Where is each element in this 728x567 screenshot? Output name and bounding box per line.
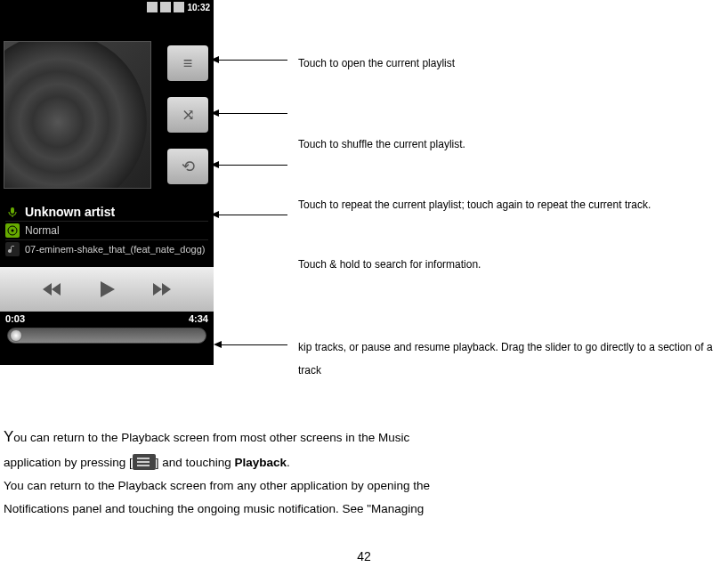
arrow-repeat [218,165,287,166]
arrow-playback [221,344,287,345]
clock-time: 10:32 [187,3,210,12]
playlist-button[interactable]: ≡ [167,45,208,81]
arrow-shuffle [218,113,287,114]
note-icon [5,242,20,256]
album-name: Normal [25,224,60,237]
battery-icon [174,2,184,12]
page-number: 42 [0,549,728,563]
mic-icon [5,205,20,219]
shuffle-button[interactable]: ⤨ [167,97,208,133]
body-line-2: application by pressing [] and touching … [4,451,719,474]
track-row[interactable]: 07-eminem-shake_that_(feat_nate_dogg) [5,240,208,258]
album-row[interactable]: Normal [5,222,208,240]
arrow-search [218,215,287,215]
svg-point-2 [12,230,14,232]
playback-controls [0,267,214,312]
album-area: ≡ ⤨ ⟲ [0,14,214,199]
previous-button[interactable] [36,273,71,305]
seek-thumb[interactable] [10,329,22,342]
signal-3g-icon [147,2,158,12]
repeat-icon: ⟲ [182,157,195,176]
arrow-playlist [218,60,287,61]
seek-slider[interactable] [7,328,206,344]
svg-rect-0 [11,207,14,214]
body-text: You can return to the Playback screen fr… [4,423,719,520]
phone-screenshot: 10:32 ≡ ⤨ ⟲ Unk [0,0,214,365]
body-line-3: You can return to the Playback screen fr… [4,474,719,498]
time-elapsed: 0:03 [5,313,25,324]
annotation-shuffle: Touch to shuffle the current playlist. [298,133,465,156]
time-total: 4:34 [189,313,208,324]
track-info: Unknown artist Normal 07-eminem-shake_th… [0,199,214,260]
annotation-playback: kip tracks, or pause and resume playback… [298,336,724,383]
next-button[interactable] [142,273,178,305]
playlist-controls: ≡ ⤨ ⟲ [167,45,208,184]
repeat-button[interactable]: ⟲ [167,149,208,184]
annotation-search: Touch & hold to search for information. [298,253,481,276]
track-name: 07-eminem-shake_that_(feat_nate_dogg) [25,244,205,255]
shuffle-icon: ⤨ [182,105,195,125]
body-line-1: You can return to the Playback screen fr… [4,423,719,451]
artist-name: Unknown artist [25,205,115,219]
play-button[interactable] [89,273,125,305]
body-line-4: Notifications panel and touching the ong… [4,498,719,521]
annotation-playlist: Touch to open the current playlist [298,52,455,75]
time-bar: 0:03 4:34 [0,313,214,324]
signal-bars-icon [160,2,171,12]
status-bar: 10:32 [0,0,214,14]
disc-icon [4,41,147,189]
album-art[interactable] [4,41,151,189]
artist-row[interactable]: Unknown artist [5,203,208,222]
list-icon: ≡ [183,54,193,73]
annotation-repeat: Touch to repeat the current playlist; to… [298,193,651,216]
disc-small-icon [5,223,20,238]
menu-key-icon [133,454,156,470]
